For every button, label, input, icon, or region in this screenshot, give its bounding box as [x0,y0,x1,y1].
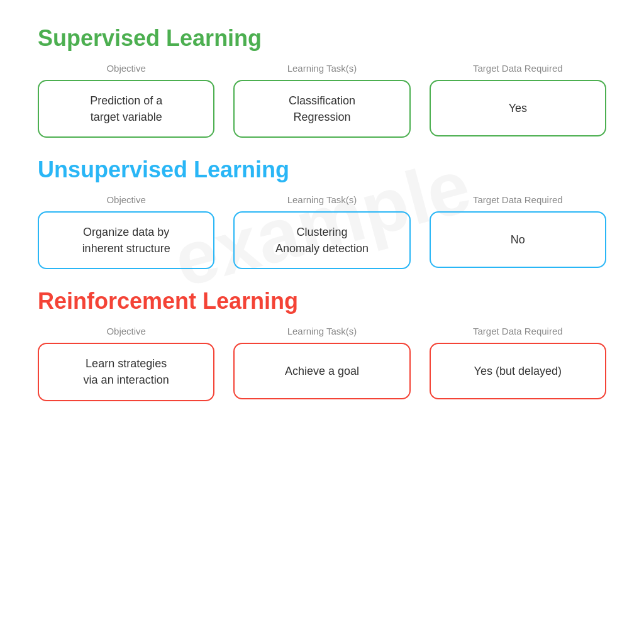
cell-label-unsupervised-1: Learning Task(s) [287,194,357,205]
row-supervised: ObjectivePrediction of atarget variableL… [38,63,606,138]
cell-box-unsupervised-1: ClusteringAnomaly detection [233,211,410,269]
cell-label-supervised-0: Objective [106,63,146,74]
cell-box-supervised-0: Prediction of atarget variable [38,80,214,138]
cell-box-unsupervised-0: Organize data byinherent structure [38,211,214,269]
cell-label-reinforcement-0: Objective [106,326,146,336]
cell-box-reinforcement-0: Learn strategiesvia an interaction [38,343,214,401]
cell-reinforcement-0: ObjectiveLearn strategiesvia an interact… [38,326,214,401]
cell-supervised-0: ObjectivePrediction of atarget variable [38,63,214,138]
cell-label-unsupervised-2: Target Data Required [473,194,563,205]
cell-label-reinforcement-2: Target Data Required [473,326,563,336]
row-reinforcement: ObjectiveLearn strategiesvia an interact… [38,326,606,401]
section-unsupervised: Unsupervised LearningObjectiveOrganize d… [38,157,606,269]
cell-box-reinforcement-1: Achieve a goal [233,343,410,399]
title-reinforcement: Reinforcement Learning [38,288,606,314]
cell-label-supervised-2: Target Data Required [473,63,563,74]
cell-reinforcement-1: Learning Task(s)Achieve a goal [233,326,410,399]
section-reinforcement: Reinforcement LearningObjectiveLearn str… [38,288,606,401]
cell-supervised-1: Learning Task(s)ClassificationRegression [233,63,410,138]
row-unsupervised: ObjectiveOrganize data byinherent struct… [38,194,606,269]
cell-unsupervised-0: ObjectiveOrganize data byinherent struct… [38,194,214,269]
cell-box-supervised-2: Yes [430,80,606,136]
title-supervised: Supervised Learning [38,25,606,52]
cell-unsupervised-1: Learning Task(s)ClusteringAnomaly detect… [233,194,410,269]
cell-label-supervised-1: Learning Task(s) [287,63,357,74]
cell-label-unsupervised-0: Objective [106,194,146,205]
cell-box-supervised-1: ClassificationRegression [233,80,410,138]
cell-reinforcement-2: Target Data RequiredYes (but delayed) [430,326,606,399]
cell-label-reinforcement-1: Learning Task(s) [287,326,357,336]
cell-box-unsupervised-2: No [430,211,606,268]
cell-supervised-2: Target Data RequiredYes [430,63,606,136]
title-unsupervised: Unsupervised Learning [38,157,606,183]
cell-box-reinforcement-2: Yes (but delayed) [430,343,606,399]
section-supervised: Supervised LearningObjectivePrediction o… [38,25,606,138]
cell-unsupervised-2: Target Data RequiredNo [430,194,606,268]
